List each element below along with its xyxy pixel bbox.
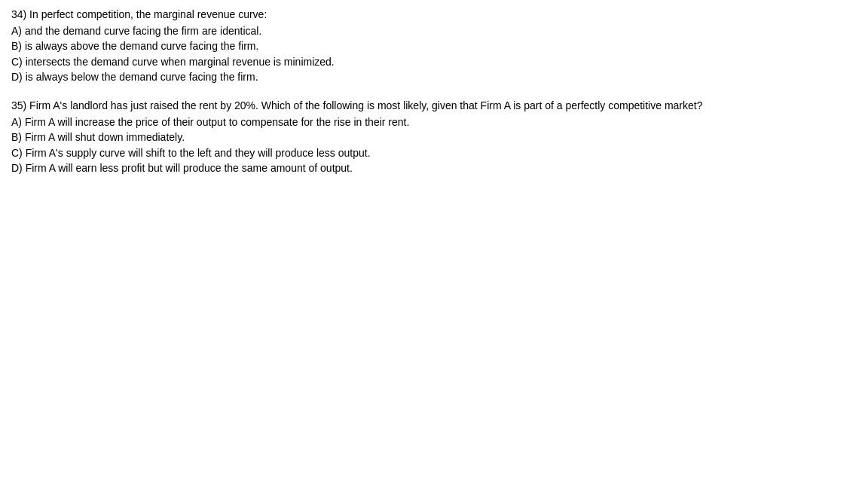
question-prompt-1: 34) In perfect competition, the marginal… (11, 8, 857, 23)
answer-option-1-3: C) intersects the demand curve when marg… (11, 55, 857, 70)
answer-option-1-2: B) is always above the demand curve faci… (11, 39, 857, 54)
answer-option-2-2: B) Firm A will shut down immediately. (11, 130, 857, 145)
answer-option-1-1: A) and the demand curve facing the firm … (11, 24, 857, 39)
answer-option-1-4: D) is always below the demand curve faci… (11, 70, 857, 85)
question-prompt-2: 35) Firm A's landlord has just raised th… (11, 99, 857, 114)
answer-option-2-4: D) Firm A will earn less profit but will… (11, 161, 857, 176)
answer-option-2-3: C) Firm A's supply curve will shift to t… (11, 146, 857, 161)
page-content: 34) In perfect competition, the marginal… (11, 8, 857, 176)
question-block-2: 35) Firm A's landlord has just raised th… (11, 99, 857, 176)
answer-option-2-1: A) Firm A will increase the price of the… (11, 115, 857, 130)
question-block-1: 34) In perfect competition, the marginal… (11, 8, 857, 85)
